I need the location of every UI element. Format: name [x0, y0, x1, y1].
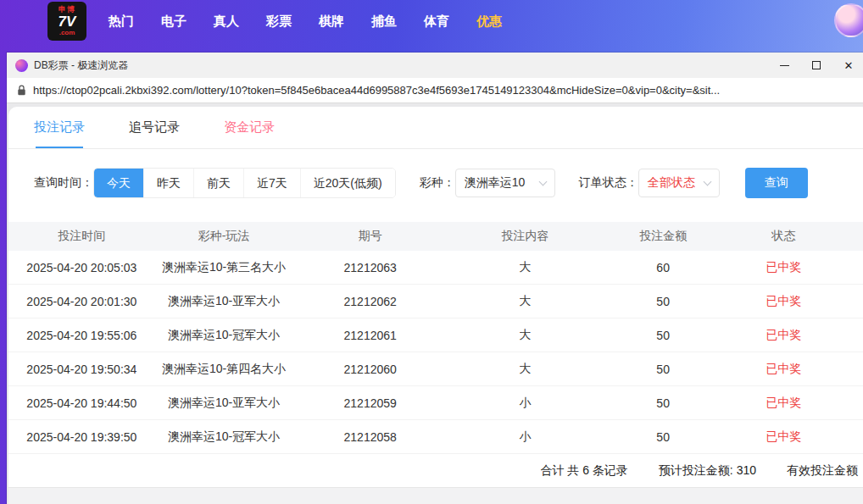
browser-favicon-icon: [15, 59, 28, 72]
site-nav: 申博 7V .com 热门 电子 真人 彩票 棋牌 捕鱼 体育 优惠: [0, 0, 863, 42]
nav-item-board-games[interactable]: 棋牌: [319, 14, 344, 30]
cell-bet-time: 2025-04-20 19:39:50: [8, 430, 155, 444]
logo-dot-text: .com: [59, 30, 75, 36]
window-controls: [768, 54, 863, 76]
cell-status: 已中奖: [723, 328, 844, 343]
time-filter-label: 查询时间：: [34, 175, 93, 191]
header-bet-amount: 投注金额: [603, 229, 723, 244]
site-logo[interactable]: 申博 7V .com: [47, 2, 86, 41]
header-game-play: 彩种-玩法: [155, 229, 293, 244]
nav-item-sports[interactable]: 体育: [424, 14, 449, 30]
user-avatar[interactable]: [834, 3, 863, 37]
cell-bet-content: 小: [448, 396, 603, 411]
cell-issue: 21212061: [292, 329, 448, 342]
lottery-panel: 投注记录 追号记录 资金记录 查询时间： 今天 昨天 前天 近7天 近20天(低…: [8, 107, 863, 504]
cell-bet-time: 2025-04-20 20:05:03: [8, 261, 155, 274]
cell-bet-amount: 50: [603, 363, 723, 376]
table-row: 2025-04-20 19:55:06 澳洲幸运10-冠军大小 21212061…: [8, 318, 863, 352]
cell-bet-content: 大: [448, 260, 603, 275]
nav-items: 热门 电子 真人 彩票 棋牌 捕鱼 体育 优惠: [109, 14, 502, 30]
cell-issue: 21212060: [292, 363, 448, 376]
cell-bet-amount: 50: [603, 396, 723, 410]
cell-status: 已中奖: [723, 260, 844, 275]
bet-records-table: 投注时间 彩种-玩法 期号 投注内容 投注金额 状态 2025-04-20 20…: [8, 222, 863, 454]
chevron-down-icon: [538, 177, 547, 186]
cell-issue: 21212059: [292, 396, 448, 410]
order-status-select[interactable]: 全部状态: [638, 169, 720, 197]
nav-item-slots[interactable]: 电子: [161, 14, 187, 30]
page-content: 投注记录 追号记录 资金记录 查询时间： 今天 昨天 前天 近7天 近20天(低…: [7, 103, 863, 504]
cell-bet-amount: 60: [603, 261, 723, 274]
cell-game-play: 澳洲幸运10-第三名大小: [155, 260, 293, 275]
close-button[interactable]: [832, 54, 863, 76]
tab-bet-records[interactable]: 投注记录: [34, 107, 85, 148]
minimize-button[interactable]: [768, 54, 800, 76]
time-option-last-20-days[interactable]: 近20天(低频): [300, 169, 395, 197]
cell-bet-amount: 50: [603, 295, 723, 308]
nav-item-lottery[interactable]: 彩票: [266, 14, 292, 30]
table-row: 2025-04-20 19:50:34 澳洲幸运10-第四名大小 2121206…: [8, 352, 863, 386]
table-row: 2025-04-20 20:01:30 澳洲幸运10-亚军大小 21212062…: [8, 285, 863, 318]
cell-bet-amount: 50: [603, 329, 723, 342]
cell-bet-time: 2025-04-20 19:44:50: [8, 396, 155, 410]
window-titlebar[interactable]: DB彩票 - 极速浏览器: [7, 53, 863, 78]
cell-bet-content: 大: [448, 362, 603, 377]
filter-bar: 查询时间： 今天 昨天 前天 近7天 近20天(低频) 彩种： 澳洲幸运10 订…: [8, 149, 863, 215]
cell-bet-time: 2025-04-20 20:01:30: [8, 295, 155, 308]
cell-game-play: 澳洲幸运10-冠军大小: [155, 429, 293, 445]
nav-item-fishing[interactable]: 捕鱼: [371, 14, 397, 30]
time-option-today[interactable]: 今天: [94, 169, 143, 197]
address-bar[interactable]: https://ctop02pcali.2kbxi392.com/lottery…: [7, 78, 863, 103]
cell-status: 已中奖: [723, 362, 844, 377]
nav-item-hot[interactable]: 热门: [109, 14, 134, 30]
chevron-down-icon: [703, 177, 711, 186]
nav-item-promos[interactable]: 优惠: [476, 14, 502, 30]
cell-issue: 21212063: [292, 261, 448, 274]
cell-bet-content: 大: [448, 294, 603, 309]
tab-chase-records[interactable]: 追号记录: [129, 107, 180, 148]
status-select-value: 全部状态: [648, 175, 695, 191]
cell-bet-content: 大: [448, 328, 603, 343]
bottom-strip: [8, 488, 863, 504]
lock-icon: [17, 85, 26, 96]
table-row: 2025-04-20 20:05:03 澳洲幸运10-第三名大小 2121206…: [8, 251, 863, 285]
summary-bar: 合计 共 6 条记录 预计投注金额: 310 有效投注金额: [8, 454, 863, 488]
time-option-last-7-days[interactable]: 近7天: [243, 169, 300, 197]
url-text[interactable]: https://ctop02pcali.2kbxi392.com/lottery…: [33, 84, 861, 97]
header-status: 状态: [723, 229, 844, 244]
summary-expected-amount: 预计投注金额: 310: [659, 463, 756, 479]
cell-game-play: 澳洲幸运10-第四名大小: [155, 362, 293, 377]
header-issue: 期号: [292, 229, 448, 244]
cell-game-play: 澳洲幸运10-亚军大小: [155, 294, 293, 309]
header-bet-content: 投注内容: [448, 229, 603, 244]
cell-issue: 21212058: [292, 430, 448, 444]
summary-total: 合计 共 6 条记录: [540, 463, 627, 479]
time-range-group: 今天 昨天 前天 近7天 近20天(低频): [93, 168, 396, 198]
minimize-icon: [780, 65, 789, 66]
nav-item-live[interactable]: 真人: [214, 14, 239, 30]
cell-bet-time: 2025-04-20 19:50:34: [8, 363, 155, 376]
time-option-yesterday[interactable]: 昨天: [143, 169, 193, 197]
time-option-day-before[interactable]: 前天: [193, 169, 243, 197]
table-row: 2025-04-20 19:39:50 澳洲幸运10-冠军大小 21212058…: [8, 420, 863, 454]
lottery-select[interactable]: 澳洲幸运10: [455, 169, 555, 197]
record-tabs: 投注记录 追号记录 资金记录: [8, 107, 863, 149]
maximize-button[interactable]: [800, 54, 832, 76]
cell-status: 已中奖: [723, 294, 844, 309]
window-title: DB彩票 - 极速浏览器: [34, 58, 128, 73]
cell-bet-content: 小: [448, 429, 603, 445]
header-bet-time: 投注时间: [8, 229, 155, 244]
cell-game-play: 澳洲幸运10-冠军大小: [155, 328, 293, 343]
cell-issue: 21212062: [292, 295, 448, 308]
lottery-filter-label: 彩种：: [420, 175, 455, 191]
lottery-select-value: 澳洲幸运10: [465, 175, 526, 191]
tab-funds-records[interactable]: 资金记录: [224, 107, 275, 148]
table-header-row: 投注时间 彩种-玩法 期号 投注内容 投注金额 状态: [8, 222, 863, 251]
cell-bet-time: 2025-04-20 19:55:06: [8, 329, 155, 342]
search-button[interactable]: 查询: [745, 168, 808, 198]
table-row: 2025-04-20 19:44:50 澳洲幸运10-亚军大小 21212059…: [8, 386, 863, 420]
summary-valid-amount: 有效投注金额: [787, 463, 858, 479]
cell-game-play: 澳洲幸运10-亚军大小: [155, 396, 293, 411]
logo-main-text: 7V: [58, 14, 76, 29]
browser-window: DB彩票 - 极速浏览器 https://ctop02pcali.2kbxi39…: [7, 53, 863, 504]
